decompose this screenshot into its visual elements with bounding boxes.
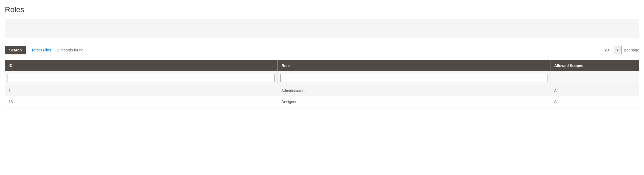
- reset-filter-button[interactable]: Reset Filter: [32, 48, 51, 52]
- records-found-label: 2 records found: [57, 48, 83, 52]
- cell-role: Administrators: [278, 85, 550, 96]
- message-bar: [5, 19, 639, 38]
- per-page-label: per page: [624, 48, 639, 52]
- filter-row: [5, 71, 639, 85]
- column-header-scopes-label: Allowed Scopes: [554, 64, 583, 68]
- column-header-id[interactable]: ID ↓: [5, 60, 278, 71]
- page-size-select[interactable]: 20: [602, 46, 622, 54]
- toolbar-left: Search Reset Filter 2 records found: [5, 46, 84, 54]
- chevron-down-icon: [617, 50, 619, 51]
- table-row[interactable]: 1 Administrators All: [5, 85, 639, 96]
- filter-cell-scopes: [550, 71, 639, 85]
- page-title: Roles: [5, 5, 639, 14]
- cell-id: 1: [5, 85, 278, 96]
- toolbar: Search Reset Filter 2 records found 20 p…: [5, 46, 639, 54]
- column-header-role[interactable]: Role: [278, 60, 550, 71]
- toolbar-right: 20 per page: [602, 46, 639, 54]
- roles-table: ID ↓ Role Allowed Scopes 1 Administrato: [5, 60, 639, 107]
- cell-scopes: All: [550, 85, 639, 96]
- page-size-toggle[interactable]: [614, 46, 621, 54]
- cell-role: Designer: [278, 96, 550, 107]
- column-header-id-label: ID: [9, 64, 12, 68]
- cell-scopes: All: [550, 96, 639, 107]
- search-button[interactable]: Search: [5, 46, 26, 54]
- filter-input-role[interactable]: [280, 74, 547, 82]
- column-header-role-label: Role: [281, 64, 290, 68]
- sort-down-icon: ↓: [272, 64, 274, 68]
- column-header-scopes[interactable]: Allowed Scopes: [550, 60, 639, 71]
- cell-id: 13: [5, 96, 278, 107]
- table-row[interactable]: 13 Designer All: [5, 96, 639, 107]
- filter-input-id[interactable]: [8, 74, 275, 82]
- page-size-value: 20: [602, 46, 614, 54]
